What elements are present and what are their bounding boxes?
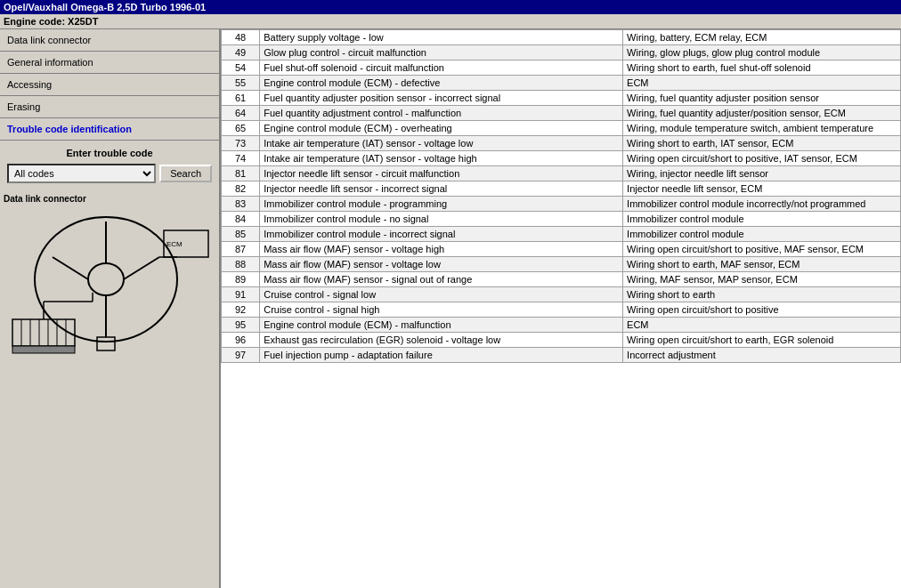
table-row: 74 Intake air temperature (IAT) sensor -…	[222, 151, 901, 166]
table-row: 85 Immobilizer control module - incorrec…	[222, 227, 901, 242]
code-cell: 88	[222, 257, 260, 272]
table-row: 73 Intake air temperature (IAT) sensor -…	[222, 136, 901, 151]
sidebar-item-data-link[interactable]: Data link connector	[0, 29, 219, 52]
description-cell: Intake air temperature (IAT) sensor - vo…	[260, 136, 623, 151]
description-cell: Exhaust gas recirculation (EGR) solenoid…	[260, 333, 623, 348]
table-row: 87 Mass air flow (MAF) sensor - voltage …	[222, 242, 901, 257]
svg-text:ECM: ECM	[166, 240, 183, 248]
table-row: 54 Fuel shut-off solenoid - circuit malf…	[222, 60, 901, 76]
code-cell: 85	[222, 227, 260, 242]
sidebar: Data link connector General information …	[0, 29, 221, 588]
table-row: 96 Exhaust gas recirculation (EGR) solen…	[222, 333, 901, 348]
action-cell: Wiring, fuel quantity adjuster/position …	[623, 106, 901, 121]
code-cell: 81	[222, 166, 260, 181]
code-cell: 87	[222, 242, 260, 257]
action-cell: Wiring, fuel quantity adjuster position …	[623, 91, 901, 106]
action-cell: Injector needle lift sensor, ECM	[623, 181, 901, 197]
sidebar-item-accessing[interactable]: Accessing	[0, 74, 219, 96]
code-controls: All codes Search	[7, 164, 212, 183]
action-cell: Immobilizer control module	[623, 227, 901, 242]
description-cell: Injector needle lift sensor - circuit ma…	[260, 166, 623, 181]
action-cell: ECM	[623, 76, 901, 91]
code-cell: 55	[222, 76, 260, 91]
code-cell: 74	[222, 151, 260, 166]
app-title-text: Opel/Vauxhall Omega-B 2,5D Turbo 1996-01	[4, 2, 206, 12]
action-cell: Wiring short to earth	[623, 287, 901, 302]
description-cell: Mass air flow (MAF) sensor - voltage low	[260, 257, 623, 272]
action-cell: Wiring open circuit/short to earth, EGR …	[623, 333, 901, 348]
action-cell: Wiring short to earth, IAT sensor, ECM	[623, 136, 901, 151]
code-select[interactable]: All codes	[7, 164, 156, 183]
table-row: 97 Fuel injection pump - adaptation fail…	[222, 348, 901, 363]
action-cell: Wiring open circuit/short to positive, I…	[623, 151, 901, 166]
trouble-codes-table: 48 Battery supply voltage - low Wiring, …	[221, 29, 901, 363]
action-cell: Wiring, glow plugs, glow plug control mo…	[623, 45, 901, 60]
description-cell: Battery supply voltage - low	[260, 30, 623, 45]
code-cell: 48	[222, 30, 260, 45]
table-row: 55 Engine control module (ECM) - defecti…	[222, 76, 901, 91]
diagram-label: Data link connector	[4, 194, 215, 204]
description-cell: Fuel quantity adjustment control - malfu…	[260, 106, 623, 121]
table-row: 91 Cruise control - signal low Wiring sh…	[222, 287, 901, 302]
code-cell: 91	[222, 287, 260, 302]
code-cell: 73	[222, 136, 260, 151]
data-link-connector-diagram: ECM	[4, 204, 217, 355]
description-cell: Immobilizer control module - incorrect s…	[260, 227, 623, 242]
code-cell: 97	[222, 348, 260, 363]
code-cell: 89	[222, 272, 260, 287]
sidebar-item-general-info[interactable]: General information	[0, 52, 219, 74]
svg-line-3	[124, 257, 159, 279]
description-cell: Engine control module (ECM) - defective	[260, 76, 623, 91]
table-row: 95 Engine control module (ECM) - malfunc…	[222, 318, 901, 333]
content-area: 48 Battery supply voltage - low Wiring, …	[221, 29, 901, 588]
table-row: 89 Mass air flow (MAF) sensor - signal o…	[222, 272, 901, 287]
code-cell: 95	[222, 318, 260, 333]
code-cell: 49	[222, 45, 260, 60]
table-row: 83 Immobilizer control module - programm…	[222, 197, 901, 212]
action-cell: ECM	[623, 318, 901, 333]
code-cell: 65	[222, 121, 260, 136]
description-cell: Glow plug control - circuit malfunction	[260, 45, 623, 60]
action-cell: Wiring short to earth, fuel shut-off sol…	[623, 60, 901, 76]
engine-code-bar: Engine code: X25DT	[0, 14, 901, 29]
description-cell: Immobilizer control module - programming	[260, 197, 623, 212]
search-button[interactable]: Search	[159, 165, 212, 182]
table-row: 64 Fuel quantity adjustment control - ma…	[222, 106, 901, 121]
action-cell: Incorrect adjustment	[623, 348, 901, 363]
code-cell: 96	[222, 333, 260, 348]
code-cell: 61	[222, 91, 260, 106]
description-cell: Cruise control - signal high	[260, 302, 623, 318]
code-cell: 64	[222, 106, 260, 121]
code-cell: 54	[222, 60, 260, 76]
enter-code-label: Enter trouble code	[7, 148, 212, 158]
action-cell: Wiring, injector needle lift sensor	[623, 166, 901, 181]
table-row: 61 Fuel quantity adjuster position senso…	[222, 91, 901, 106]
svg-rect-5	[97, 337, 115, 350]
table-row: 82 Injector needle lift sensor - incorre…	[222, 181, 901, 197]
table-row: 49 Glow plug control - circuit malfuncti…	[222, 45, 901, 60]
description-cell: Fuel injection pump - adaptation failure	[260, 348, 623, 363]
code-cell: 82	[222, 181, 260, 197]
table-row: 92 Cruise control - signal high Wiring o…	[222, 302, 901, 318]
description-cell: Engine control module (ECM) - overheatin…	[260, 121, 623, 136]
sidebar-item-trouble-code[interactable]: Trouble code identification	[0, 118, 219, 141]
engine-code-text: Engine code: X25DT	[4, 16, 98, 27]
description-cell: Fuel shut-off solenoid - circuit malfunc…	[260, 60, 623, 76]
description-cell: Mass air flow (MAF) sensor - voltage hig…	[260, 242, 623, 257]
sidebar-item-erasing[interactable]: Erasing	[0, 96, 219, 118]
enter-code-section: Enter trouble code All codes Search	[0, 141, 219, 190]
action-cell: Wiring, module temperature switch, ambie…	[623, 121, 901, 136]
title-bar: Opel/Vauxhall Omega-B 2,5D Turbo 1996-01	[0, 0, 901, 14]
table-container[interactable]: 48 Battery supply voltage - low Wiring, …	[221, 29, 901, 588]
svg-line-2	[53, 257, 88, 279]
diagram-area: Data link connector	[0, 190, 219, 588]
action-cell: Wiring open circuit/short to positive, M…	[623, 242, 901, 257]
description-cell: Injector needle lift sensor - incorrect …	[260, 181, 623, 197]
description-cell: Immobilizer control module - no signal	[260, 212, 623, 227]
action-cell: Wiring, MAF sensor, MAP sensor, ECM	[623, 272, 901, 287]
action-cell: Wiring, battery, ECM relay, ECM	[623, 30, 901, 45]
description-cell: Mass air flow (MAF) sensor - signal out …	[260, 272, 623, 287]
svg-point-1	[88, 263, 124, 295]
description-cell: Fuel quantity adjuster position sensor -…	[260, 91, 623, 106]
description-cell: Cruise control - signal low	[260, 287, 623, 302]
